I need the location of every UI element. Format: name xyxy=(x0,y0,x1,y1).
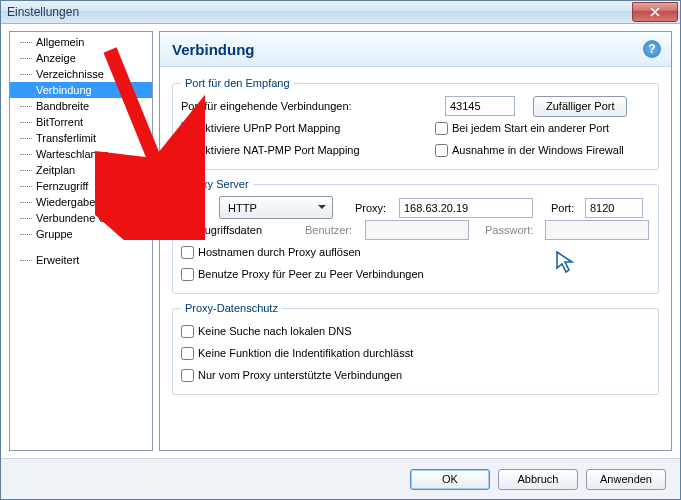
natpmp-checkbox[interactable] xyxy=(181,144,194,157)
proxy-privacy-group: Proxy-Datenschutz Keine Suche nach lokal… xyxy=(172,302,659,395)
random-start-label: Bei jedem Start ein anderer Port xyxy=(452,122,609,134)
proxyonly-checkbox[interactable] xyxy=(181,369,194,382)
titlebar: Einstellungen xyxy=(1,1,680,24)
settings-tree[interactable]: AllgemeinAnzeigeVerzeichnisseVerbindungB… xyxy=(9,31,153,451)
tree-item-label: Verbundene Geräte xyxy=(36,212,132,224)
tree-item-label: Bandbreite xyxy=(36,100,89,112)
close-button[interactable] xyxy=(632,2,678,22)
tree-item[interactable]: Fernzugriff xyxy=(10,178,152,194)
p2p-label: Benutze Proxy für Peer zu Peer Verbindun… xyxy=(198,268,424,280)
port-legend: Port für den Empfang xyxy=(181,77,294,89)
auth-label: Zugriffsdaten xyxy=(198,224,262,236)
proxy-group: Proxy Server Typ: HTTP Proxy: Port: xyxy=(172,178,659,294)
incoming-port-label: Port für eingehende Verbindungen: xyxy=(181,100,441,112)
tree-item[interactable]: Transferlimit xyxy=(10,130,152,146)
tree-item[interactable]: Verzeichnisse xyxy=(10,66,152,82)
help-icon[interactable]: ? xyxy=(643,40,661,58)
nodns-label: Keine Suche nach lokalen DNS xyxy=(198,325,351,337)
pass-label: Passwort: xyxy=(485,224,541,236)
incoming-port-input[interactable] xyxy=(445,96,515,116)
firewall-label: Ausnahme in der Windows Firewall xyxy=(452,144,624,156)
tree-item-label: Anzeige xyxy=(36,52,76,64)
proxy-type-label: Typ: xyxy=(181,202,215,214)
random-port-button[interactable]: Zufälliger Port xyxy=(533,96,627,117)
port-group: Port für den Empfang Port für eingehende… xyxy=(172,77,659,170)
tree-item[interactable]: Verbundene Geräte xyxy=(10,210,152,226)
panel-header: Verbindung ? xyxy=(160,32,671,67)
tree-item[interactable]: Verbindung xyxy=(10,82,152,98)
proxy-port-label: Port: xyxy=(551,202,581,214)
auth-checkbox[interactable] xyxy=(181,224,194,237)
apply-button[interactable]: Anwenden xyxy=(586,469,666,490)
proxy-host-input[interactable] xyxy=(399,198,533,218)
user-input xyxy=(365,220,469,240)
noident-checkbox[interactable] xyxy=(181,347,194,360)
tree-item-label: Warteschlange xyxy=(36,148,109,160)
tree-item-label: Verbindung xyxy=(36,84,92,96)
upnp-label: Aktiviere UPnP Port Mapping xyxy=(198,122,340,134)
tree-item[interactable]: Gruppe xyxy=(10,226,152,242)
tree-item[interactable]: Allgemein xyxy=(10,34,152,50)
tree-item-label: Allgemein xyxy=(36,36,84,48)
panel-title: Verbindung xyxy=(172,41,255,58)
privacy-legend: Proxy-Datenschutz xyxy=(181,302,282,314)
tree-item-label: Gruppe xyxy=(36,228,73,240)
settings-panel: Verbindung ? Port für den Empfang Port f… xyxy=(159,31,672,451)
tree-item-label: Transferlimit xyxy=(36,132,96,144)
tree-item-label: Fernzugriff xyxy=(36,180,88,192)
user-label: Benutzer: xyxy=(305,224,361,236)
nodns-checkbox[interactable] xyxy=(181,325,194,338)
tree-item-label: Wiedergabe xyxy=(36,196,95,208)
cancel-button[interactable]: Abbruch xyxy=(498,469,578,490)
pass-input xyxy=(545,220,649,240)
proxy-legend: Proxy Server xyxy=(181,178,253,190)
p2p-checkbox[interactable] xyxy=(181,268,194,281)
window-title: Einstellungen xyxy=(7,5,79,19)
tree-item[interactable]: BitTorrent xyxy=(10,114,152,130)
upnp-checkbox[interactable] xyxy=(181,122,194,135)
proxy-type-value: HTTP xyxy=(228,202,257,214)
proxy-host-label: Proxy: xyxy=(355,202,395,214)
firewall-checkbox[interactable] xyxy=(435,144,448,157)
random-start-checkbox[interactable] xyxy=(435,122,448,135)
ok-button[interactable]: OK xyxy=(410,469,490,490)
proxyonly-label: Nur vom Proxy unterstützte Verbindungen xyxy=(198,369,402,381)
tree-item-label: Zeitplan xyxy=(36,164,75,176)
proxy-type-combo[interactable]: HTTP xyxy=(219,196,333,219)
tree-item[interactable]: Zeitplan xyxy=(10,162,152,178)
tree-item-label: BitTorrent xyxy=(36,116,83,128)
noident-label: Keine Funktion die Indentifikation durch… xyxy=(198,347,413,359)
tree-item[interactable]: Bandbreite xyxy=(10,98,152,114)
tree-item[interactable]: Erweitert xyxy=(10,252,152,268)
tree-item[interactable]: Anzeige xyxy=(10,50,152,66)
close-icon xyxy=(650,7,660,17)
tree-item-label: Erweitert xyxy=(36,254,79,266)
resolve-checkbox[interactable] xyxy=(181,246,194,259)
resolve-label: Hostnamen durch Proxy auflösen xyxy=(198,246,361,258)
tree-item-label: Verzeichnisse xyxy=(36,68,104,80)
tree-item[interactable]: Warteschlange xyxy=(10,146,152,162)
natpmp-label: Aktiviere NAT-PMP Port Mapping xyxy=(198,144,360,156)
proxy-port-input[interactable] xyxy=(585,198,643,218)
tree-item[interactable]: Wiedergabe xyxy=(10,194,152,210)
footer: OK Abbruch Anwenden xyxy=(1,458,680,499)
